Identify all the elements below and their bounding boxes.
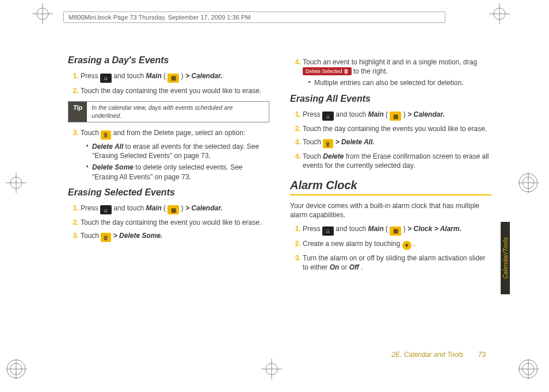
- regmark-icon: [518, 172, 539, 193]
- option: Delete All to erase all events for the s…: [86, 142, 269, 160]
- step: Touch 🗑 > Delete All.: [303, 137, 491, 149]
- regmark-icon: [6, 359, 26, 379]
- trash-icon: 🗑: [101, 233, 111, 242]
- step: Touch 🗑 > Delete Some.: [81, 231, 269, 243]
- plus-icon: +: [402, 241, 411, 250]
- home-icon: ⌂: [100, 74, 112, 83]
- option: Delete Some to delete only selected even…: [86, 163, 269, 181]
- print-header: M800Mini.book Page 73 Thursday, Septembe…: [63, 11, 445, 23]
- steps-erase-selected-cont: Touch an event to highlight it and in a …: [290, 57, 491, 88]
- steps-alarm: Press ⌂ and touch Main ( ▦ ) > Clock > A…: [290, 224, 491, 272]
- page-number: 73: [478, 351, 486, 359]
- steps-erase-day-cont: Touch 🗑 and from the Delete page, select…: [68, 128, 269, 182]
- heading-erase-day: Erasing a Day's Events: [68, 55, 269, 66]
- delete-selected-badge: Delete Selected🗑: [303, 67, 352, 75]
- step: Create a new alarm by touching + .: [303, 239, 491, 250]
- trash-icon: 🗑: [344, 68, 349, 75]
- step: Turn the alarm on or off by sliding the …: [303, 253, 491, 272]
- steps-erase-selected: Press ⌂ and touch Main ( ▦ ) > Calendar.…: [68, 203, 269, 243]
- sub-options: Delete All to erase all events for the s…: [81, 142, 269, 182]
- step: Press ⌂ and touch Main ( ▦ ) > Clock > A…: [303, 224, 491, 236]
- heading-erase-selected: Erasing Selected Events: [68, 187, 269, 198]
- heading-alarm-clock: Alarm Clock: [290, 179, 491, 192]
- home-icon: ⌂: [322, 226, 334, 236]
- tip-label: Tip: [68, 102, 87, 122]
- right-column: Touch an event to highlight it and in a …: [290, 55, 491, 278]
- left-column: Erasing a Day's Events Press ⌂ and touch…: [68, 55, 269, 278]
- trash-icon: 🗑: [101, 130, 111, 140]
- home-icon: ⌂: [322, 112, 334, 121]
- trash-icon: 🗑: [323, 139, 333, 148]
- step: Touch an event to highlight it and in a …: [303, 57, 491, 88]
- regmark-icon: [6, 172, 26, 193]
- main-menu-icon: ▦: [167, 74, 179, 83]
- step: Touch 🗑 and from the Delete page, select…: [81, 128, 269, 182]
- step: Touch the day containing the events you …: [303, 124, 491, 133]
- note: Multiple entries can also be selected fo…: [308, 78, 491, 87]
- tip-box: Tip In the calendar view, days with even…: [68, 101, 269, 122]
- side-tab: Calendar/Tools: [501, 222, 510, 294]
- steps-erase-day: Press ⌂ and touch Main ( ▦ ) > Calendar.…: [68, 71, 269, 95]
- heading-erase-all: Erasing All Events: [290, 94, 491, 104]
- section-label: 2E. Calendar and Tools: [391, 351, 463, 359]
- regmark-icon: [261, 359, 282, 379]
- step: Touch the day containing the event you w…: [81, 218, 269, 227]
- main-menu-icon: ▦: [167, 205, 179, 214]
- alarm-intro: Your device comes with a built-in alarm …: [290, 201, 491, 220]
- regmark-icon: [489, 3, 510, 24]
- home-icon: ⌂: [100, 205, 112, 214]
- regmark-icon: [518, 359, 539, 379]
- main-menu-icon: ▦: [390, 112, 401, 121]
- docinfo: M800Mini.book Page 73 Thursday, Septembe…: [68, 14, 250, 21]
- steps-erase-all: Press ⌂ and touch Main ( ▦ ) > Calendar.…: [290, 110, 491, 171]
- step: Touch the day containing the event you w…: [81, 86, 269, 95]
- step: Press ⌂ and touch Main ( ▦ ) > Calendar.: [81, 203, 269, 215]
- heading-underline: [290, 194, 491, 195]
- regmark-icon: [32, 3, 53, 24]
- step: Touch Delete from the Erase confirmation…: [303, 152, 491, 170]
- main-menu-icon: ▦: [390, 226, 401, 236]
- step: Press ⌂ and touch Main ( ▦ ) > Calendar.: [81, 71, 269, 83]
- page-footer: 2E. Calendar and Tools 73: [391, 351, 486, 359]
- step: Press ⌂ and touch Main ( ▦ ) > Calendar.: [303, 110, 491, 121]
- tip-body: In the calendar view, days with events s…: [87, 102, 269, 122]
